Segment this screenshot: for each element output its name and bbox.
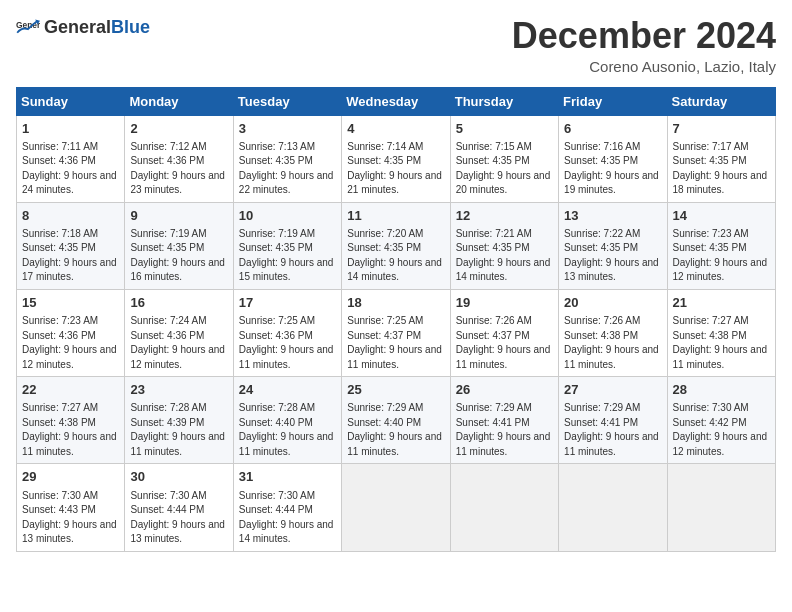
calendar-cell: 11Sunrise: 7:20 AMSunset: 4:35 PMDayligh…	[342, 202, 450, 289]
day-number: 28	[673, 381, 770, 399]
day-number: 8	[22, 207, 119, 225]
calendar-cell: 10Sunrise: 7:19 AMSunset: 4:35 PMDayligh…	[233, 202, 341, 289]
title-block: December 2024 Coreno Ausonio, Lazio, Ita…	[512, 16, 776, 75]
day-number: 7	[673, 120, 770, 138]
day-header-tuesday: Tuesday	[233, 87, 341, 115]
day-info: Sunrise: 7:25 AMSunset: 4:36 PMDaylight:…	[239, 314, 336, 372]
day-number: 15	[22, 294, 119, 312]
day-header-monday: Monday	[125, 87, 233, 115]
calendar-cell	[667, 464, 775, 551]
day-number: 19	[456, 294, 553, 312]
day-info: Sunrise: 7:26 AMSunset: 4:38 PMDaylight:…	[564, 314, 661, 372]
day-number: 23	[130, 381, 227, 399]
day-header-sunday: Sunday	[17, 87, 125, 115]
calendar-cell: 2Sunrise: 7:12 AMSunset: 4:36 PMDaylight…	[125, 115, 233, 202]
day-number: 17	[239, 294, 336, 312]
calendar-cell	[342, 464, 450, 551]
day-info: Sunrise: 7:30 AMSunset: 4:44 PMDaylight:…	[130, 489, 227, 547]
calendar-cell: 22Sunrise: 7:27 AMSunset: 4:38 PMDayligh…	[17, 377, 125, 464]
calendar-cell: 1Sunrise: 7:11 AMSunset: 4:36 PMDaylight…	[17, 115, 125, 202]
day-number: 30	[130, 468, 227, 486]
calendar-cell: 9Sunrise: 7:19 AMSunset: 4:35 PMDaylight…	[125, 202, 233, 289]
day-info: Sunrise: 7:29 AMSunset: 4:41 PMDaylight:…	[564, 401, 661, 459]
day-info: Sunrise: 7:16 AMSunset: 4:35 PMDaylight:…	[564, 140, 661, 198]
day-info: Sunrise: 7:23 AMSunset: 4:35 PMDaylight:…	[673, 227, 770, 285]
calendar-cell: 24Sunrise: 7:28 AMSunset: 4:40 PMDayligh…	[233, 377, 341, 464]
calendar-cell: 3Sunrise: 7:13 AMSunset: 4:35 PMDaylight…	[233, 115, 341, 202]
day-info: Sunrise: 7:13 AMSunset: 4:35 PMDaylight:…	[239, 140, 336, 198]
day-info: Sunrise: 7:11 AMSunset: 4:36 PMDaylight:…	[22, 140, 119, 198]
day-info: Sunrise: 7:14 AMSunset: 4:35 PMDaylight:…	[347, 140, 444, 198]
day-number: 12	[456, 207, 553, 225]
day-header-saturday: Saturday	[667, 87, 775, 115]
calendar-cell: 31Sunrise: 7:30 AMSunset: 4:44 PMDayligh…	[233, 464, 341, 551]
day-info: Sunrise: 7:26 AMSunset: 4:37 PMDaylight:…	[456, 314, 553, 372]
day-number: 18	[347, 294, 444, 312]
day-number: 4	[347, 120, 444, 138]
day-number: 1	[22, 120, 119, 138]
calendar-header-row: SundayMondayTuesdayWednesdayThursdayFrid…	[17, 87, 776, 115]
calendar-cell: 17Sunrise: 7:25 AMSunset: 4:36 PMDayligh…	[233, 289, 341, 376]
day-info: Sunrise: 7:20 AMSunset: 4:35 PMDaylight:…	[347, 227, 444, 285]
day-number: 10	[239, 207, 336, 225]
day-number: 22	[22, 381, 119, 399]
day-info: Sunrise: 7:21 AMSunset: 4:35 PMDaylight:…	[456, 227, 553, 285]
calendar-cell: 16Sunrise: 7:24 AMSunset: 4:36 PMDayligh…	[125, 289, 233, 376]
day-info: Sunrise: 7:23 AMSunset: 4:36 PMDaylight:…	[22, 314, 119, 372]
calendar-week-1: 1Sunrise: 7:11 AMSunset: 4:36 PMDaylight…	[17, 115, 776, 202]
day-info: Sunrise: 7:15 AMSunset: 4:35 PMDaylight:…	[456, 140, 553, 198]
day-number: 25	[347, 381, 444, 399]
calendar-cell: 19Sunrise: 7:26 AMSunset: 4:37 PMDayligh…	[450, 289, 558, 376]
day-number: 14	[673, 207, 770, 225]
day-number: 31	[239, 468, 336, 486]
calendar-cell: 30Sunrise: 7:30 AMSunset: 4:44 PMDayligh…	[125, 464, 233, 551]
day-number: 20	[564, 294, 661, 312]
day-number: 21	[673, 294, 770, 312]
day-info: Sunrise: 7:30 AMSunset: 4:43 PMDaylight:…	[22, 489, 119, 547]
calendar-cell: 27Sunrise: 7:29 AMSunset: 4:41 PMDayligh…	[559, 377, 667, 464]
calendar-cell: 18Sunrise: 7:25 AMSunset: 4:37 PMDayligh…	[342, 289, 450, 376]
day-info: Sunrise: 7:18 AMSunset: 4:35 PMDaylight:…	[22, 227, 119, 285]
day-info: Sunrise: 7:19 AMSunset: 4:35 PMDaylight:…	[130, 227, 227, 285]
day-number: 3	[239, 120, 336, 138]
day-info: Sunrise: 7:28 AMSunset: 4:39 PMDaylight:…	[130, 401, 227, 459]
day-number: 26	[456, 381, 553, 399]
month-title: December 2024	[512, 16, 776, 56]
day-info: Sunrise: 7:24 AMSunset: 4:36 PMDaylight:…	[130, 314, 227, 372]
calendar-cell: 6Sunrise: 7:16 AMSunset: 4:35 PMDaylight…	[559, 115, 667, 202]
calendar-cell: 13Sunrise: 7:22 AMSunset: 4:35 PMDayligh…	[559, 202, 667, 289]
calendar-cell: 25Sunrise: 7:29 AMSunset: 4:40 PMDayligh…	[342, 377, 450, 464]
page-header: General GeneralBlue December 2024 Coreno…	[16, 16, 776, 75]
day-info: Sunrise: 7:19 AMSunset: 4:35 PMDaylight:…	[239, 227, 336, 285]
calendar-cell: 12Sunrise: 7:21 AMSunset: 4:35 PMDayligh…	[450, 202, 558, 289]
day-info: Sunrise: 7:29 AMSunset: 4:41 PMDaylight:…	[456, 401, 553, 459]
calendar-cell: 15Sunrise: 7:23 AMSunset: 4:36 PMDayligh…	[17, 289, 125, 376]
calendar-cell	[559, 464, 667, 551]
calendar-week-5: 29Sunrise: 7:30 AMSunset: 4:43 PMDayligh…	[17, 464, 776, 551]
day-info: Sunrise: 7:30 AMSunset: 4:44 PMDaylight:…	[239, 489, 336, 547]
calendar-cell: 5Sunrise: 7:15 AMSunset: 4:35 PMDaylight…	[450, 115, 558, 202]
day-info: Sunrise: 7:27 AMSunset: 4:38 PMDaylight:…	[22, 401, 119, 459]
logo: General GeneralBlue	[16, 16, 150, 40]
day-number: 2	[130, 120, 227, 138]
day-number: 29	[22, 468, 119, 486]
day-info: Sunrise: 7:30 AMSunset: 4:42 PMDaylight:…	[673, 401, 770, 459]
day-info: Sunrise: 7:28 AMSunset: 4:40 PMDaylight:…	[239, 401, 336, 459]
day-number: 6	[564, 120, 661, 138]
day-header-wednesday: Wednesday	[342, 87, 450, 115]
day-number: 27	[564, 381, 661, 399]
calendar-cell: 8Sunrise: 7:18 AMSunset: 4:35 PMDaylight…	[17, 202, 125, 289]
location-subtitle: Coreno Ausonio, Lazio, Italy	[512, 58, 776, 75]
day-number: 16	[130, 294, 227, 312]
calendar-week-3: 15Sunrise: 7:23 AMSunset: 4:36 PMDayligh…	[17, 289, 776, 376]
day-info: Sunrise: 7:29 AMSunset: 4:40 PMDaylight:…	[347, 401, 444, 459]
calendar-cell: 28Sunrise: 7:30 AMSunset: 4:42 PMDayligh…	[667, 377, 775, 464]
calendar-cell: 4Sunrise: 7:14 AMSunset: 4:35 PMDaylight…	[342, 115, 450, 202]
calendar-cell: 21Sunrise: 7:27 AMSunset: 4:38 PMDayligh…	[667, 289, 775, 376]
calendar-cell: 7Sunrise: 7:17 AMSunset: 4:35 PMDaylight…	[667, 115, 775, 202]
calendar-cell	[450, 464, 558, 551]
day-number: 11	[347, 207, 444, 225]
calendar-cell: 26Sunrise: 7:29 AMSunset: 4:41 PMDayligh…	[450, 377, 558, 464]
calendar-cell: 20Sunrise: 7:26 AMSunset: 4:38 PMDayligh…	[559, 289, 667, 376]
logo-general-text: GeneralBlue	[44, 18, 150, 38]
